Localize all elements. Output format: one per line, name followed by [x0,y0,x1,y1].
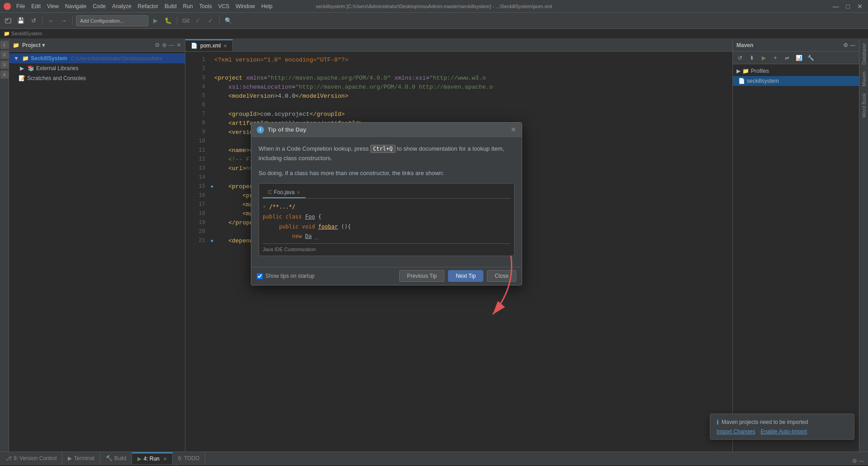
show-tips-checkbox-label[interactable]: Show tips on startup [257,273,396,279]
bottom-tab-actions: ⚙ — [852,458,868,464]
tab-terminal[interactable]: ▶ Terminal [62,452,100,464]
line-num-20: 20 [189,228,205,235]
run-tab-close[interactable]: ✕ [163,456,167,461]
maven-tree: ▶ 📁 Profiles 📄 seckillsystem [733,64,859,452]
line-num-7: 7 [189,111,205,117]
line-marker-15: ◆ [211,184,214,189]
menu-vcs[interactable]: VCS [216,2,232,10]
maximize-button[interactable]: □ [844,3,852,10]
menu-build[interactable]: Build [162,2,179,10]
editor-tab-pom[interactable]: 📄 pom.xml ✕ [185,39,233,51]
tree-scratches-icon: 📝 [18,75,25,82]
tab-run[interactable]: ▶ 4: Run ✕ [132,452,172,464]
side-icon-1[interactable]: 1 [0,41,9,49]
maven-run-btn[interactable]: ▶ [758,52,769,63]
project-panel-title: Project ▾ [22,42,45,48]
tree-item-external-libs[interactable]: ▶ 📚 External Libraries [9,63,185,73]
close-button[interactable]: ✕ [855,3,864,10]
maven-add-btn[interactable]: + [770,52,781,63]
maven-item-profiles[interactable]: ▶ 📁 Profiles [733,66,859,76]
project-collapse-icon[interactable]: — [169,42,175,48]
run-tab-label: 4: Run [143,456,159,462]
maven-label[interactable]: Maven [860,69,868,89]
menu-tools[interactable]: Tools [197,2,215,10]
show-tips-label: Show tips on startup [265,273,315,279]
menu-edit[interactable]: Edit [28,2,43,10]
tab-todo[interactable]: 6: TODO [173,452,206,464]
menu-analyze[interactable]: Analyze [109,2,134,10]
menu-bar: File Edit View Navigate Code Analyze Ref… [14,2,275,10]
menu-view[interactable]: View [44,2,61,10]
code-preview-line-4: new Da _ [263,232,510,242]
close-dialog-btn[interactable]: Close [487,270,516,282]
git-check-btn[interactable]: ✓ [193,15,203,26]
side-icon-4[interactable]: 4 [0,71,9,79]
save-btn[interactable]: 💾 [15,15,26,26]
dialog-tab-close[interactable]: ✕ [297,190,300,195]
debug-btn[interactable]: 🐛 [163,15,174,26]
tab-close-btn[interactable]: ✕ [223,43,227,48]
line-num-15: 15 [189,183,205,190]
project-expand-icon[interactable]: ⊕ [162,42,167,48]
tree-item-scratches[interactable]: 📝 Scratches and Consoles [9,73,185,83]
bottom-settings-icon[interactable]: ⚙ [852,458,857,464]
line-num-9: 9 [189,129,205,135]
maven-settings-icon[interactable]: ⚙ [843,42,848,48]
menu-code[interactable]: Code [90,2,108,10]
maven-import-btn[interactable]: ⬇ [746,52,757,63]
project-settings-icon[interactable]: ⚙ [155,42,160,48]
back-btn[interactable]: ← [46,15,57,26]
menu-file[interactable]: File [14,2,28,10]
tree-folder-icon: 📁 [22,55,29,62]
project-close-icon[interactable]: ✕ [176,42,181,48]
search-btn[interactable]: 🔍 [223,15,234,26]
previous-tip-btn[interactable]: Previous Tip [399,270,444,282]
run-btn[interactable]: ▶ [150,15,161,26]
dialog-close-btn[interactable]: ✕ [510,126,516,133]
maven-close-icon[interactable]: — [850,42,855,48]
menu-navigate[interactable]: Navigate [62,2,89,10]
bottom-minimize-icon[interactable]: — [859,458,864,464]
tab-build[interactable]: 🔨 Build [100,452,132,464]
tree-item-label: SeckillSystem [31,55,67,62]
line-num-2: 2 [189,66,205,72]
menu-refactor[interactable]: Refactor [135,2,161,10]
side-icon-3[interactable]: 3 [0,61,9,69]
maven-profiles-icon: 📁 [742,68,749,74]
menu-help[interactable]: Help [259,2,275,10]
line-num-21: 21 [189,238,205,244]
next-tip-btn[interactable]: Next Tip [448,270,483,282]
line-marker-21: ◆ [211,238,214,243]
line-num-17: 17 [189,201,205,208]
sync-btn[interactable]: ↺ [28,15,39,26]
forward-btn[interactable]: → [58,15,69,26]
dialog-code-tab-foo[interactable]: C Foo.java ✕ [263,187,306,198]
minimize-button[interactable]: — [831,3,841,10]
maven-cycle-btn[interactable]: ⇌ [782,52,793,63]
tab-version-control[interactable]: ⎇ 9: Version Control [0,452,62,464]
toolbar-sep-1 [42,16,42,25]
maven-wrench-icon[interactable]: 🔧 [805,52,816,63]
maven-diagram-btn[interactable]: 📊 [793,52,804,63]
left-side-icons: 1 2 3 4 [0,39,9,452]
maven-refresh-btn[interactable]: ↺ [735,52,745,63]
database-label[interactable]: Database [860,41,868,67]
wordbook-label[interactable]: Word Book [860,90,868,120]
line-num-8: 8 [189,120,205,126]
maven-panel-header: Maven ⚙ — [733,39,859,52]
show-tips-checkbox[interactable] [257,273,263,279]
dialog-tab-icon: C [268,189,272,195]
menu-run[interactable]: Run [180,2,196,10]
git-push-btn[interactable]: ✓ [205,15,216,26]
menu-window[interactable]: Window [233,2,258,10]
maven-item-seckillsystem[interactable]: 📄 seckillsystem [733,76,859,86]
tip-of-day-dialog[interactable]: i Tip of the Day ✕ When in a Code Comple… [251,122,522,285]
tree-item-root[interactable]: ▼ 📁 SeckillSystem C:\Users\Administrator… [9,53,185,63]
code-cursor: _ [315,233,318,239]
tree-item-scratches-label: Scratches and Consoles [27,75,86,81]
title-bar: File Edit View Navigate Code Analyze Ref… [0,0,868,13]
keyword-class: class [286,214,305,220]
run-config[interactable]: Add Configuration... [76,15,148,26]
side-icon-2[interactable]: 2 [0,51,9,59]
project-icon-btn[interactable] [3,15,14,26]
